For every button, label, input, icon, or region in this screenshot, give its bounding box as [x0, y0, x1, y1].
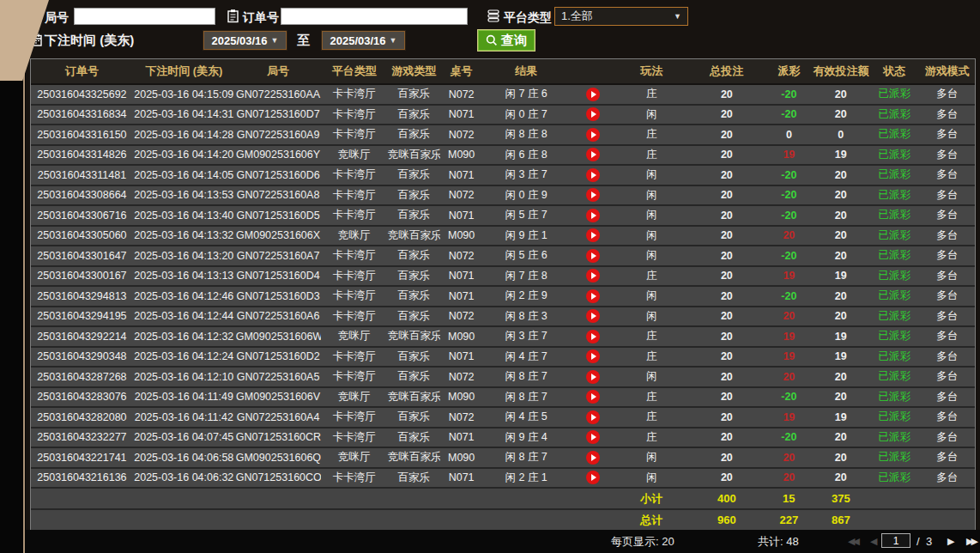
- cell-bet-time: 2025-03-16 04:12:32: [133, 326, 235, 347]
- play-video-button[interactable]: [586, 209, 600, 222]
- play-video-button[interactable]: [586, 309, 600, 323]
- cell-play: [571, 125, 615, 145]
- game-no-input[interactable]: [74, 8, 215, 25]
- cell-payout: 20: [765, 226, 812, 246]
- play-video-button[interactable]: [586, 430, 600, 444]
- cell-status: 已派彩: [869, 125, 919, 145]
- grand-total-total-bet: 960: [688, 509, 766, 531]
- cell-game-no: GN071253160D6: [235, 165, 322, 185]
- cell-game-no: GN071253160D4: [235, 266, 322, 287]
- play-video-button[interactable]: [586, 107, 600, 121]
- cell-bet-side: 闲: [615, 246, 688, 266]
- cell-bet-time: 2025-03-16 04:07:45: [133, 428, 235, 448]
- betting-records-screen: 局号 订单号 平台类型 1.全部 ▼ 下注时间 (美东) 2025/03/16 …: [0, 0, 980, 553]
- pagination-bar: 每页显示: 20 共计: 48 ◀◀ ◀ / 3 ▶ ▶▶: [26, 530, 980, 553]
- cell-valid-bet: 20: [813, 367, 869, 387]
- play-video-button[interactable]: [586, 289, 600, 303]
- cell-bet-side: 庄: [615, 266, 688, 287]
- cell-platform: 卡卡湾厅: [321, 165, 387, 185]
- query-button[interactable]: 查询: [477, 29, 535, 52]
- play-video-button[interactable]: [586, 370, 600, 384]
- play-video-button[interactable]: [586, 128, 600, 142]
- cell-payout: 0: [765, 125, 812, 145]
- cell-table-no: N072: [440, 367, 481, 387]
- play-video-button[interactable]: [586, 148, 600, 161]
- cell-table-no: M090: [440, 226, 481, 246]
- table-row: 2503160432903482025-03-16 04:12:24GN0712…: [31, 347, 975, 368]
- col-header-mode: 游戏模式: [919, 59, 975, 84]
- cell-play: [571, 226, 615, 246]
- cell-game-no: GN071253160CR: [235, 428, 322, 448]
- play-icon: [591, 232, 596, 239]
- cell-game-type: 百家乐: [387, 286, 440, 307]
- search-icon: [486, 34, 498, 46]
- play-video-button[interactable]: [586, 269, 600, 283]
- table-row: 2503160432872682025-03-16 04:12:10GN0722…: [31, 367, 975, 387]
- play-video-button[interactable]: [586, 249, 600, 263]
- cell-total-bet: 20: [688, 246, 766, 266]
- play-video-button[interactable]: [586, 471, 600, 484]
- cell-game-type: 百家乐: [387, 105, 440, 125]
- date-from-picker[interactable]: 2025/03/16 ▼: [203, 31, 287, 50]
- play-video-button[interactable]: [586, 390, 600, 404]
- subtotal-total-bet: 400: [688, 488, 766, 509]
- cell-game-no: GN071253160D5: [235, 205, 322, 226]
- cell-platform: 卡卡湾厅: [321, 307, 387, 327]
- cell-play: [571, 407, 615, 428]
- platform-type-select[interactable]: 1.全部 ▼: [554, 7, 688, 26]
- last-page-button[interactable]: ▶▶: [966, 530, 976, 553]
- cell-result: 闲 8 庄 7: [482, 447, 571, 468]
- cell-platform: 卡卡湾厅: [321, 105, 387, 125]
- next-page-button[interactable]: ▶: [947, 530, 952, 553]
- cell-result: 闲 9 庄 4: [482, 428, 571, 448]
- left-divider-line: [23, 0, 25, 553]
- play-icon: [591, 454, 596, 461]
- play-video-button[interactable]: [586, 451, 600, 465]
- cell-bet-time: 2025-03-16 04:06:32: [133, 468, 235, 489]
- cell-game-type: 竞咪百家乐: [387, 447, 440, 468]
- play-video-button[interactable]: [586, 330, 600, 343]
- date-to-value: 2025/03/16: [330, 34, 386, 47]
- cell-result: 闲 5 庄 6: [482, 246, 571, 266]
- play-icon: [591, 374, 596, 380]
- cell-bet-side: 庄: [615, 407, 688, 428]
- cell-bet-time: 2025-03-16 04:12:44: [133, 307, 235, 327]
- cell-game-no: GM0902531606W: [235, 326, 322, 347]
- play-video-button[interactable]: [586, 88, 600, 101]
- cell-game-type: 竞咪百家乐: [387, 226, 440, 246]
- cell-mode: 多台: [919, 246, 975, 266]
- order-no-input[interactable]: [281, 8, 468, 25]
- cell-status: 已派彩: [869, 165, 919, 185]
- play-icon: [591, 272, 596, 279]
- col-header-game-no: 局号: [235, 59, 322, 84]
- cell-bet-side: 闲: [615, 367, 688, 387]
- cell-mode: 多台: [919, 84, 975, 105]
- cell-game-type: 百家乐: [387, 468, 440, 489]
- play-video-button[interactable]: [586, 188, 600, 202]
- cell-order-no: 250316043221741: [31, 447, 133, 468]
- cell-mode: 多台: [919, 125, 975, 145]
- total-count-text: 共计: 48: [758, 530, 799, 553]
- cell-payout: 19: [765, 347, 812, 368]
- prev-page-button[interactable]: ◀: [870, 530, 874, 553]
- table-row: 2503160433067162025-03-16 04:13:40GN0712…: [31, 205, 975, 226]
- cell-status: 已派彩: [869, 226, 919, 246]
- play-video-button[interactable]: [586, 228, 600, 242]
- chevron-down-icon: ▼: [271, 36, 279, 45]
- cell-result: 闲 3 庄 7: [482, 326, 571, 347]
- page-number-input[interactable]: [881, 533, 910, 548]
- play-icon: [591, 91, 596, 98]
- play-video-button[interactable]: [586, 410, 600, 424]
- play-video-button[interactable]: [586, 168, 600, 182]
- date-to-picker[interactable]: 2025/03/16 ▼: [322, 31, 405, 50]
- cell-payout: 19: [765, 326, 812, 347]
- cell-game-type: 百家乐: [387, 185, 440, 206]
- cell-total-bet: 20: [688, 428, 766, 448]
- cell-bet-time: 2025-03-16 04:13:40: [133, 205, 235, 226]
- play-video-button[interactable]: [586, 349, 600, 363]
- records-table-container: 订单号 下注时间 (美东) 局号 平台类型 游戏类型 桌号 结果 玩法 总投注 …: [30, 58, 976, 530]
- grand-total-row: 总计 960 227 867: [31, 509, 975, 531]
- cell-play: [571, 205, 615, 226]
- table-row: 2503160432941952025-03-16 04:12:44GN0722…: [31, 307, 975, 327]
- first-page-button[interactable]: ◀◀: [848, 530, 857, 553]
